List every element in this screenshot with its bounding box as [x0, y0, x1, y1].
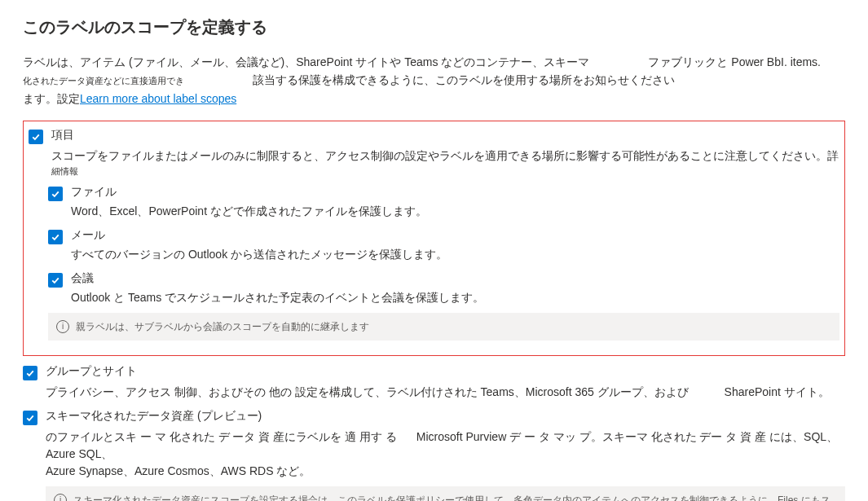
meetings-checkbox[interactable] [48, 273, 63, 288]
files-label: ファイル [71, 185, 117, 200]
items-checkbox[interactable] [29, 130, 43, 144]
meetings-info-text: 親ラベルは、サブラベルから会議のスコープを自動的に継承します [76, 319, 369, 334]
intro-line1: ラベルは、アイテム (ファイル、メール、会議など)、SharePoint サイト… [23, 55, 589, 68]
intro-line1-right: ファブリックと Power BbI. items. [648, 53, 821, 71]
files-checkbox[interactable] [48, 187, 63, 201]
schema-checkbox[interactable] [23, 411, 37, 425]
intro-line2: 該当する保護を構成できるように、このラベルを使用する場所をお知らせください [253, 73, 675, 86]
meetings-description: Outlook と Teams でスケジュールされた予定表のイベントと会議を保護… [71, 289, 839, 306]
items-description: スコープをファイルまたはメールのみに制限すると、アクセス制御の設定やラベルを適用… [51, 147, 839, 178]
files-description: Word、Excel、PowerPoint などで作成されたファイルを保護します… [71, 203, 839, 220]
schema-description: のファイルとスキ ー マ 化された デ ータ 資 産にラベルを 適 用す る M… [46, 428, 845, 480]
schema-label: スキーマ化されたデータ資産 (プレビュー) [46, 409, 262, 424]
schema-info-text: スキーマ化されたデータ資産にスコープを設定する場合は、このラベルを保護ポリシーで… [73, 493, 837, 501]
meetings-info-banner: i 親ラベルは、サブラベルから会議のスコープを自動的に継承します [48, 313, 839, 341]
info-icon: i [54, 494, 67, 501]
items-label: 項目 [51, 128, 74, 143]
intro-line1-sub: 化されたデータ資産などに直接適用でき [23, 76, 184, 86]
groups-description: プライバシー、アクセス 制御、およびその 他の 設定を構成して、ラベル付けされた… [46, 384, 845, 401]
email-checkbox[interactable] [48, 230, 63, 244]
page-title: このラベルのスコープを定義する [23, 16, 845, 38]
email-description: すべてのバージョンの Outlook から送信されたメッセージを保護します。 [71, 246, 839, 263]
schema-info-banner: i スキーマ化されたデータ資産にスコープを設定する場合は、このラベルを保護ポリシ… [46, 486, 845, 501]
meetings-label: 会議 [71, 271, 94, 286]
items-highlight-box: 項目 スコープをファイルまたはメールのみに制限すると、アクセス制御の設定やラベル… [23, 121, 845, 356]
info-icon: i [56, 320, 69, 333]
groups-label: グループとサイト [46, 364, 137, 379]
items-more-info[interactable]: 細情報 [51, 165, 839, 178]
intro-line3: ます。設定 [23, 92, 80, 105]
email-label: メール [71, 228, 105, 243]
intro-paragraph: ラベルは、アイテム (ファイル、メール、会議など)、SharePoint サイト… [23, 53, 845, 108]
groups-checkbox[interactable] [23, 366, 37, 380]
learn-more-link[interactable]: Learn more about label scopes [80, 92, 236, 105]
